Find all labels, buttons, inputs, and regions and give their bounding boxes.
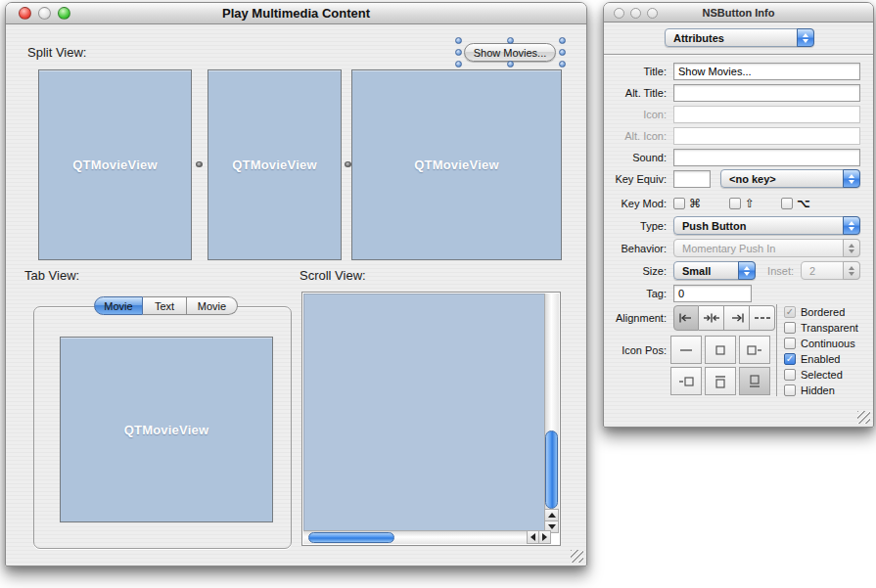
command-icon: ⌘ bbox=[689, 197, 701, 210]
continuous-option[interactable]: ✓ Continuous bbox=[784, 336, 855, 350]
movie-view-label: QTMovieView bbox=[72, 158, 157, 172]
icon-label: Icon: bbox=[604, 109, 673, 120]
command-modifier-checkbox[interactable] bbox=[673, 198, 685, 209]
align-natural-button[interactable] bbox=[750, 305, 775, 331]
window-resize-grip[interactable] bbox=[857, 411, 870, 424]
continuous-label: Continuous bbox=[801, 338, 855, 349]
selection-handle[interactable] bbox=[559, 37, 566, 44]
tab-movie-2[interactable]: Movie bbox=[187, 296, 238, 315]
main-window: Play Multimedia Content Split View: Show… bbox=[5, 2, 587, 566]
hidden-option[interactable]: ✓ Hidden bbox=[784, 383, 835, 397]
check-icon: ✓ bbox=[786, 307, 794, 317]
horizontal-scrollbar-thumb[interactable] bbox=[308, 532, 394, 543]
window-resize-grip[interactable] bbox=[571, 550, 583, 563]
split-divider-dimple[interactable] bbox=[196, 161, 203, 167]
tab-view-label: Tab View: bbox=[24, 268, 79, 283]
alignment-control bbox=[673, 305, 775, 331]
pane-popup-value: Attributes bbox=[673, 32, 724, 44]
transparent-option[interactable]: ✓ Transparent bbox=[784, 320, 858, 335]
icon-pos-above-button[interactable] bbox=[739, 367, 770, 395]
popup-arrows-icon bbox=[843, 239, 860, 257]
bordered-option[interactable]: ✓ Bordered bbox=[784, 304, 845, 319]
enabled-option[interactable]: ✓ Enabled bbox=[784, 351, 840, 366]
movie-view-label: QTMovieView bbox=[124, 423, 208, 437]
alignment-label: Alignment: bbox=[604, 312, 673, 324]
key-equiv-popup[interactable]: <no key> bbox=[720, 169, 860, 188]
right-arrow-icon bbox=[542, 533, 547, 541]
align-right-icon bbox=[728, 312, 746, 324]
check-icon: ✓ bbox=[786, 354, 794, 364]
selection-handle[interactable] bbox=[455, 49, 462, 56]
split-divider-dimple[interactable] bbox=[345, 161, 351, 167]
selection-handle[interactable] bbox=[507, 37, 514, 44]
minimize-button[interactable] bbox=[38, 7, 51, 20]
split-view-label: Split View: bbox=[27, 45, 86, 60]
down-arrow-icon bbox=[548, 524, 556, 529]
sound-field[interactable] bbox=[673, 149, 860, 166]
icon-pos-left-icon bbox=[745, 342, 764, 358]
window-title: Play Multimedia Content bbox=[222, 6, 370, 21]
icon-pos-only-button[interactable] bbox=[705, 336, 736, 364]
align-right-button[interactable] bbox=[724, 305, 750, 331]
align-center-icon bbox=[703, 312, 720, 324]
align-left-button[interactable] bbox=[673, 305, 699, 331]
behavior-popup: Momentary Push In bbox=[673, 239, 860, 257]
split-pane-movie-view-3[interactable]: QTMovieView bbox=[351, 69, 562, 260]
alt-title-field[interactable] bbox=[673, 84, 860, 102]
option-icon: ⌥ bbox=[797, 197, 810, 210]
close-button[interactable] bbox=[614, 8, 624, 19]
tag-field[interactable] bbox=[673, 285, 752, 302]
selection-handle[interactable] bbox=[455, 37, 462, 44]
movie-view-label: QTMovieView bbox=[414, 158, 498, 172]
icon-pos-left-button[interactable] bbox=[739, 336, 770, 364]
hidden-checkbox[interactable]: ✓ bbox=[784, 384, 796, 396]
popup-arrows-icon bbox=[843, 169, 860, 188]
tab-text[interactable]: Text bbox=[143, 296, 187, 315]
enabled-checkbox[interactable]: ✓ bbox=[784, 353, 796, 365]
tab-content-movie-view[interactable]: QTMovieView bbox=[60, 337, 273, 522]
type-label: Type: bbox=[604, 220, 673, 232]
icon-pos-right-button[interactable] bbox=[670, 367, 702, 395]
inspector-pane-popup[interactable]: Attributes bbox=[665, 28, 814, 47]
selection-handle[interactable] bbox=[559, 49, 566, 56]
tab-movie-1[interactable]: Movie bbox=[94, 296, 143, 315]
selection-handle[interactable] bbox=[507, 61, 514, 68]
main-titlebar[interactable]: Play Multimedia Content bbox=[6, 3, 586, 24]
split-pane-movie-view-1[interactable]: QTMovieView bbox=[38, 69, 192, 260]
scroll-content[interactable] bbox=[303, 294, 546, 532]
tag-label: Tag: bbox=[604, 288, 673, 299]
shift-modifier-checkbox[interactable] bbox=[729, 198, 741, 209]
continuous-checkbox[interactable]: ✓ bbox=[784, 338, 796, 349]
vertical-scrollbar-thumb[interactable] bbox=[545, 430, 558, 509]
title-field[interactable] bbox=[673, 63, 860, 80]
scroll-right-button[interactable] bbox=[538, 530, 551, 544]
minimize-button[interactable] bbox=[630, 8, 641, 19]
popup-arrows-icon bbox=[738, 261, 756, 280]
selected-checkbox[interactable]: ✓ bbox=[784, 369, 796, 381]
selected-option[interactable]: ✓ Selected bbox=[784, 367, 843, 382]
align-center-button[interactable] bbox=[699, 305, 724, 331]
selection-handle[interactable] bbox=[455, 61, 462, 68]
size-popup[interactable]: Small bbox=[673, 261, 756, 280]
type-popup[interactable]: Push Button bbox=[673, 216, 860, 235]
inset-popup-value: 2 bbox=[809, 265, 815, 277]
zoom-button[interactable] bbox=[647, 8, 658, 19]
zoom-button[interactable] bbox=[58, 7, 70, 20]
option-modifier-checkbox[interactable] bbox=[781, 198, 793, 209]
icon-pos-none-button[interactable] bbox=[670, 336, 702, 364]
behavior-popup-value: Momentary Push In bbox=[682, 243, 775, 254]
icon-pos-below-icon bbox=[711, 374, 730, 389]
inspector-titlebar[interactable]: NSButton Info bbox=[604, 3, 873, 23]
up-arrow-icon bbox=[548, 513, 556, 518]
split-pane-movie-view-2[interactable]: QTMovieView bbox=[207, 69, 342, 260]
show-movies-button[interactable]: Show Movies... bbox=[464, 43, 556, 62]
inspector-window: NSButton Info Attributes Title: Alt. Tit… bbox=[603, 2, 874, 428]
icon-pos-only-icon bbox=[711, 342, 730, 358]
desktop: Play Multimedia Content Split View: Show… bbox=[0, 0, 876, 588]
close-button[interactable] bbox=[19, 7, 31, 20]
icon-pos-below-button[interactable] bbox=[705, 367, 736, 395]
key-equiv-field[interactable] bbox=[673, 170, 711, 188]
transparent-checkbox[interactable]: ✓ bbox=[784, 322, 796, 334]
selection-handle[interactable] bbox=[559, 61, 566, 68]
inspector-header: Attributes bbox=[604, 23, 873, 55]
